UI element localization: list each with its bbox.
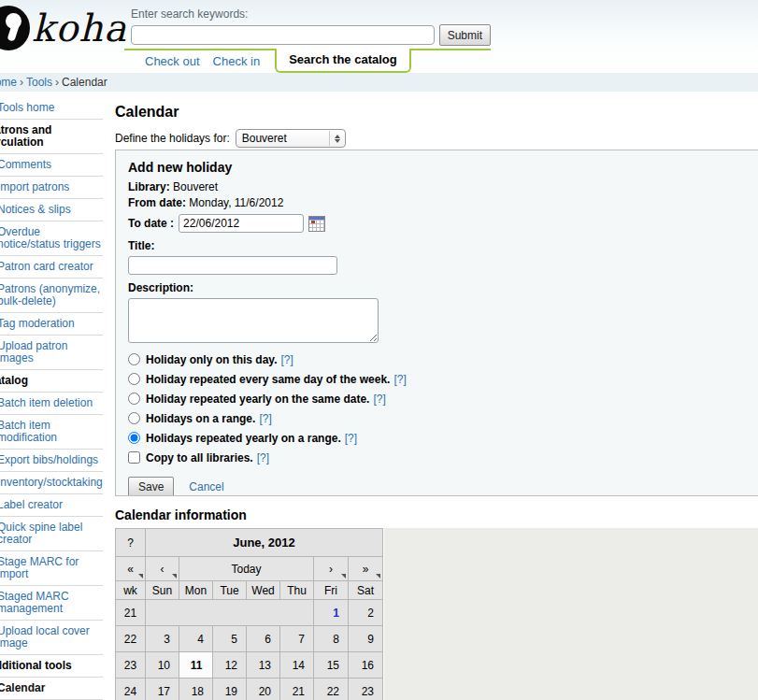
sidebar-item-inventory-stocktaking[interactable]: Inventory/stocktaking	[0, 472, 103, 494]
radio-option-4[interactable]	[128, 432, 140, 444]
calendar-prev-year-button[interactable]: «	[116, 557, 146, 581]
calendar-week-row: 2310111213141516	[116, 652, 383, 679]
calendar-day-7[interactable]: 7	[280, 626, 314, 652]
calendar-side-area	[384, 528, 758, 700]
from-date-label: From date:	[128, 196, 186, 209]
help-link[interactable]: [?]	[280, 353, 293, 366]
calendar-day-22[interactable]: 22	[314, 679, 349, 700]
empty-days-cell	[146, 600, 314, 626]
day-header-fri: Fri	[314, 581, 349, 600]
calendar-information-title: Calendar information	[115, 507, 758, 522]
search-label: Enter search keywords:	[131, 7, 491, 21]
help-link[interactable]: [?]	[259, 412, 271, 425]
day-header-wed: Wed	[247, 581, 280, 600]
save-button[interactable]: Save	[128, 477, 174, 496]
sidebar-item-patrons-anonymize-bulk-delete-[interactable]: Patrons (anonymize, bulk-delete)	[0, 279, 103, 313]
sidebar-item-batch-item-deletion[interactable]: Batch item deletion	[0, 393, 103, 415]
sidebar-item-tools-home[interactable]: Tools home	[0, 97, 103, 120]
calendar-day-15[interactable]: 15	[314, 652, 349, 679]
calendar-day-19[interactable]: 19	[213, 679, 247, 700]
calendar-day-4[interactable]: 4	[179, 626, 213, 652]
koha-logo-text: koha	[32, 7, 127, 50]
library-select[interactable]: Bouveret	[236, 129, 346, 148]
holiday-option-row: Holidays on a range.[?]	[128, 408, 758, 428]
holiday-option-row: Holiday only on this day.[?]	[128, 350, 758, 369]
day-header-sun: Sun	[146, 581, 179, 600]
calendar-week-row: 223456789	[116, 626, 383, 652]
calendar-day-11[interactable]: 11	[179, 652, 213, 679]
sidebar-item-upload-local-cover-image[interactable]: Upload local cover image	[0, 621, 103, 655]
calendar-day-8[interactable]: 8	[314, 626, 349, 652]
sidebar-item-import-patrons[interactable]: Import patrons	[0, 177, 103, 199]
sidebar-item-tag-moderation[interactable]: Tag moderation	[0, 313, 103, 336]
breadcrumb-separator: ›	[52, 76, 62, 89]
calendar-day-20[interactable]: 20	[247, 679, 280, 700]
calendar-day-17[interactable]: 17	[146, 679, 179, 700]
radio-option-1[interactable]	[128, 373, 140, 385]
cancel-link[interactable]: Cancel	[189, 480, 223, 493]
tab-check-out[interactable]: Check out	[138, 51, 207, 71]
calendar-day-1[interactable]: 1	[314, 600, 349, 626]
checkbox-option-5[interactable]	[128, 451, 140, 464]
radio-option-2[interactable]	[128, 393, 140, 405]
sidebar-item-export-bibs-holdings[interactable]: Export bibs/holdings	[0, 450, 103, 472]
calendar-day-23[interactable]: 23	[349, 679, 383, 700]
calendar-day-10[interactable]: 10	[146, 652, 179, 679]
option-label: Holiday repeated every same day of the w…	[146, 373, 390, 386]
holiday-option-row: Holidays repeated yearly on a range.[?]	[128, 428, 758, 448]
search-input[interactable]	[131, 25, 435, 45]
calendar-day-14[interactable]: 14	[280, 652, 314, 679]
sidebar-item-patron-card-creator[interactable]: Patron card creator	[0, 256, 103, 279]
calendar-next-month-button[interactable]: ›	[314, 557, 349, 581]
screen: koha Enter search keywords: Submit Check…	[0, 0, 758, 700]
help-link[interactable]: [?]	[373, 393, 385, 406]
calendar-next-year-button[interactable]: »	[349, 557, 383, 581]
sidebar-item-notices-slips[interactable]: Notices & slips	[0, 199, 103, 221]
breadcrumb: Home›Tools›Calendar	[0, 73, 758, 92]
description-textarea[interactable]	[128, 298, 379, 343]
day-header-tue: Tue	[213, 581, 247, 600]
radio-option-0[interactable]	[128, 353, 140, 365]
submit-button[interactable]: Submit	[439, 24, 491, 46]
library-select-value: Bouveret	[236, 132, 329, 145]
date-picker-icon[interactable]	[308, 216, 325, 232]
breadcrumb-tools[interactable]: Tools	[26, 76, 52, 89]
help-link[interactable]: [?]	[393, 373, 406, 386]
option-label: Copy to all libraries.	[146, 451, 253, 464]
sidebar-item-batch-item-modification[interactable]: Batch item modification	[0, 415, 103, 450]
calendar-day-12[interactable]: 12	[213, 652, 247, 679]
calendar-day-18[interactable]: 18	[179, 679, 213, 700]
sidebar-item-overdue-notice-status-triggers[interactable]: Overdue notice/status triggers	[0, 221, 103, 256]
calendar-day-21[interactable]: 21	[280, 679, 314, 700]
tab-search-the-catalog[interactable]: Search the catalog	[275, 49, 411, 73]
sidebar-item-quick-spine-label-creator[interactable]: Quick spine label creator	[0, 517, 103, 551]
tools-sidebar: Tools homePatrons and circulationComment…	[0, 97, 103, 700]
tab-check-in[interactable]: Check in	[207, 51, 267, 71]
calendar-day-9[interactable]: 9	[349, 626, 383, 652]
sidebar-item-comments[interactable]: Comments	[0, 154, 103, 177]
sidebar-item-staged-marc-management[interactable]: Staged MARC management	[0, 586, 103, 621]
sidebar-header-patrons-and-circulation: Patrons and circulation	[0, 120, 103, 154]
sidebar-item-label-creator[interactable]: Label creator	[0, 494, 103, 517]
to-date-input[interactable]	[179, 214, 304, 233]
help-link[interactable]: [?]	[345, 432, 357, 445]
help-link[interactable]: [?]	[257, 451, 269, 464]
calendar-day-16[interactable]: 16	[349, 652, 383, 679]
week-number: 24	[116, 679, 146, 700]
calendar-help-button[interactable]: ?	[116, 529, 146, 557]
koha-logo[interactable]: koha	[0, 6, 127, 50]
calendar-day-13[interactable]: 13	[247, 652, 280, 679]
calendar-day-3[interactable]: 3	[146, 626, 179, 652]
sidebar-item-upload-patron-images[interactable]: Upload patron images	[0, 336, 103, 370]
calendar-prev-month-button[interactable]: ‹	[146, 557, 179, 581]
title-input[interactable]	[128, 256, 337, 275]
option-label: Holidays repeated yearly on a range.	[146, 432, 341, 445]
sidebar-item-stage-marc-for-import[interactable]: Stage MARC for import	[0, 551, 103, 586]
calendar-day-2[interactable]: 2	[349, 600, 383, 626]
calendar-day-6[interactable]: 6	[247, 626, 280, 652]
radio-option-3[interactable]	[128, 412, 140, 424]
calendar-today-button[interactable]: Today	[179, 557, 314, 581]
breadcrumb-home[interactable]: Home	[0, 76, 17, 89]
sidebar-item-calendar[interactable]: Calendar	[0, 678, 103, 700]
calendar-day-5[interactable]: 5	[213, 626, 247, 652]
